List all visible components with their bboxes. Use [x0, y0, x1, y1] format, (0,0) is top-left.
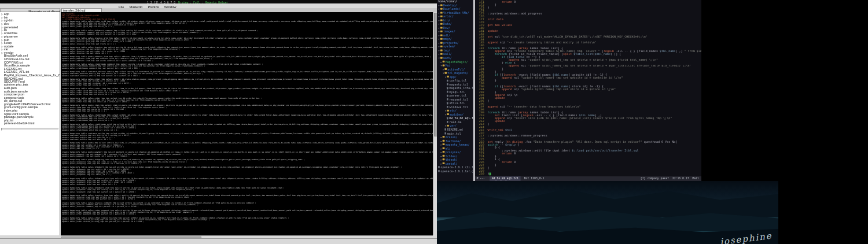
tree-file[interactable]: pinterest-bbe0d4.html: [0, 122, 60, 125]
folder-icon: [443, 155, 445, 157]
vim-code-pane[interactable]: 171 return 0172 }173}174175::system::win…: [475, 0, 701, 176]
vim-file-tree[interactable]: home/roman/▸Desktop/▸Downloads/▸VirtualB…: [437, 0, 473, 181]
folder-icon: [440, 4, 443, 6]
file-icon: [444, 128, 446, 131]
vim-statusline: 0:--- m2_to_m2_sql.tcl Bot 1203,0-1 [?] …: [475, 176, 701, 181]
header-row: Magento root directory transfer_2tbl.sql: [0, 8, 437, 12]
folder-icon: [443, 136, 445, 138]
tab-transfer-sql[interactable]: transfer_2tbl.sql: [61, 8, 102, 12]
folder-icon: [440, 16, 443, 17]
editor-status-bar: Magento root set to /home/roman/work/doc…: [0, 238, 437, 244]
folder-icon: [440, 53, 443, 55]
vim-cursor-position: Bot 1203,0-1: [524, 176, 545, 181]
folder-icon: [440, 34, 443, 36]
folder-icon: [447, 113, 449, 115]
file-icon: [447, 106, 448, 108]
sql-line: update sales_order_status_history_tmp se…: [62, 221, 433, 223]
tab-strip: transfer_2tbl.sql: [60, 8, 437, 12]
magento-helper-window: FileMagentoPluginsWindow Magento root di…: [0, 3, 437, 244]
vim-filename: m2_to_m2_sql.tcl: [490, 176, 520, 181]
vim-mode-indicator: 0:---: [475, 176, 486, 181]
file-icon: [447, 102, 448, 104]
file-icon: [444, 132, 446, 134]
file-icon: [447, 117, 448, 119]
file-icon: [438, 170, 439, 172]
folder-icon: [443, 162, 445, 164]
folder-icon: [440, 19, 443, 21]
folder-icon: [440, 27, 443, 28]
vim-status-info: [?] company pass? 22:16 0.17 Mail: [641, 176, 701, 181]
file-icon: [447, 121, 448, 123]
vim-tree-file[interactable]: openacs-5.9.1.tar.g: [437, 169, 473, 173]
vim-tree-dir[interactable]: ▸magento_temas/: [437, 143, 473, 147]
folder-icon: [443, 151, 445, 153]
folder-icon: [444, 72, 447, 73]
desktop-wallpaper: josephine: [437, 181, 778, 244]
folder-icon: [443, 64, 445, 66]
file-icon: [447, 87, 448, 89]
folder-icon: [440, 49, 443, 51]
folder-icon: [440, 8, 443, 10]
folder-icon: [443, 61, 445, 62]
vim-tree-dir[interactable]: ▸MagentoMagic/: [437, 60, 473, 64]
folder-icon: [440, 12, 443, 13]
folder-icon: [447, 109, 449, 111]
file-icon: [447, 94, 448, 97]
code-line: 230}: [475, 172, 701, 175]
folder-icon: [444, 68, 447, 70]
folder-icon: [440, 57, 443, 58]
sidebar-header: Magento root directory: [0, 8, 60, 12]
code-line: 211 append sql "insert into $ldb_to.$tbl…: [475, 117, 701, 120]
desktop: 1 2 [3] 4 5 6 7 8 N-view : Full : Magent…: [0, 0, 868, 244]
file-icon: [447, 98, 448, 101]
sql-editor-area[interactable]: use magento;SET sql_mode='ALLOW_INVALID_…: [61, 12, 433, 235]
vertical-scrollbar[interactable]: [433, 12, 437, 235]
folder-icon: [443, 143, 445, 145]
folder-icon: [443, 139, 445, 141]
code-line: 193 append sql "update ${tbl_name}_tmp s…: [475, 65, 701, 68]
file-icon: [447, 91, 448, 93]
sidebar-divider: [1, 128, 59, 131]
folder-icon: [443, 158, 445, 160]
folder-icon: [447, 76, 449, 77]
folder-icon: [443, 147, 445, 149]
folder-icon: [440, 23, 443, 25]
file-tree-sidebar[interactable]: ▷app▷bin▷cgi-bin▷dev▷generated▷lib▷order…: [0, 12, 60, 235]
folder-icon: [440, 46, 443, 47]
vim-cursor: [490, 172, 491, 175]
file-icon: [438, 166, 439, 168]
file-icon: [447, 83, 448, 86]
vim-terminal-window: home/roman/▸Desktop/▸Downloads/▸VirtualB…: [437, 0, 701, 181]
folder-icon: [440, 31, 443, 32]
file-icon: [447, 79, 448, 82]
line-number: 230: [475, 172, 488, 175]
folder-icon: [447, 124, 449, 126]
folder-icon: [440, 38, 443, 40]
folder-icon: [440, 42, 443, 43]
